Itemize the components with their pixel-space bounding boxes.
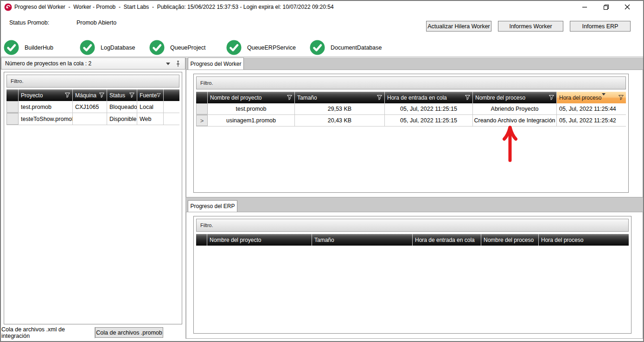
cell-maquina [73, 113, 107, 125]
cell-tamano: 29,53 KB [295, 103, 385, 114]
column-header-hora-proceso-sorted[interactable]: Hora del proceso [557, 92, 626, 103]
worker-row-2-selected[interactable]: > usinagem1.promob 20,43 KB 05, Jul, 202… [196, 115, 626, 127]
cell-hora-proceso: 05, Jul, 2022 11:25:42 [557, 115, 626, 126]
filter-funnel-icon[interactable] [99, 93, 104, 98]
column-label: Nombre del proyecto [210, 237, 261, 243]
service-label: BuilderHub [25, 44, 53, 51]
title-bar: Progreso del Worker - Worker - Promob - … [0, 0, 644, 14]
column-header-tamano[interactable]: Tamaño [295, 92, 385, 103]
row-selector[interactable] [6, 101, 19, 113]
queue-grid-header: Proyecto Máquina Status Fuente [6, 89, 179, 101]
service-status-builderhub: BuilderHub [4, 40, 53, 55]
minimize-button[interactable] [574, 0, 595, 14]
queue-grid-container: Filtro. Proyecto Máquina Status Fuente [4, 72, 182, 324]
worker-filter-row[interactable]: Filtro. [196, 76, 626, 89]
separator-line [0, 57, 644, 57]
worker-grid-container: Filtro. Nombre del proyecto Tamaño Hora … [193, 74, 629, 193]
current-row-selector[interactable]: > [196, 115, 208, 126]
filter-funnel-icon[interactable] [549, 95, 554, 100]
erp-filter-label: Filtro. [200, 222, 213, 228]
close-icon [625, 4, 630, 10]
queue-panel-title: Número de proyectos en la cola : 2 [5, 60, 91, 67]
cell-hora-proceso: 05, Jul, 2022 11:25:44 [557, 103, 626, 114]
column-header-hora-entrada[interactable]: Hora de entrada en cola [385, 92, 473, 103]
erp-progress-panel: Filtro. Nombre del proyecto Tamaño Hora … [186, 212, 643, 339]
column-header-nombre-proceso[interactable]: Nombre del proceso [473, 92, 557, 103]
cell-tamano: 20,43 KB [295, 115, 385, 126]
filter-funnel-icon[interactable] [377, 95, 382, 100]
column-label: Tamaño [297, 95, 317, 101]
service-label: LogDatabase [101, 44, 135, 51]
cell-maquina: CXJ1065 [73, 101, 107, 113]
service-status-queueproject: QueueProject [149, 40, 205, 55]
app-logo-icon [4, 3, 12, 11]
column-header-hora-proceso[interactable]: Hora del proceso [539, 234, 629, 246]
column-header-fuente[interactable]: Fuente [137, 89, 164, 101]
restore-icon [603, 4, 609, 10]
chevron-down-icon[interactable] [166, 63, 170, 65]
update-worker-queue-button[interactable]: Actualizar Hilera Worker [426, 21, 491, 32]
column-header-maquina[interactable]: Máquina [73, 89, 107, 101]
tab-progreso-del-erp[interactable]: Progreso del ERP [188, 200, 237, 212]
check-circle-icon [149, 40, 165, 55]
row-selector-header [6, 89, 19, 101]
erp-filter-row[interactable]: Filtro. [196, 219, 629, 232]
worker-reports-button[interactable]: Informes Worker [498, 21, 563, 32]
column-header-hora-entrada[interactable]: Hora de entrada en cola [413, 234, 481, 246]
column-label: Tamaño [314, 237, 334, 243]
row-selector[interactable] [196, 103, 208, 114]
cell-nombre-proyecto: usinagem1.promob [208, 115, 295, 126]
queue-row-1[interactable]: test.promob CXJ1065 Bloqueado Local [6, 101, 179, 113]
check-circle-icon [310, 40, 325, 55]
erp-grid: Nombre del proyecto Tamaño Hora de entra… [196, 234, 629, 246]
status-promob-value: Promob Abierto [77, 19, 116, 26]
tab-cola-xml-integracion[interactable]: Cola de archivos .xml de integración [1, 327, 95, 338]
service-status-documentdatabase: DocumentDatabase [310, 40, 382, 55]
erp-reports-button[interactable]: Informes ERP [570, 21, 631, 32]
filter-funnel-icon[interactable] [129, 93, 134, 98]
queue-row-2[interactable]: testeToShow.promob Disponible Web [6, 113, 179, 125]
column-label: Hora de entrada en cola [387, 95, 447, 101]
tab-cola-promob[interactable]: Cola de archivos .promob [95, 327, 163, 338]
filter-funnel-icon[interactable] [157, 93, 161, 98]
check-circle-icon [226, 40, 242, 55]
sort-indicator-icon [602, 93, 606, 95]
column-label: Fuente [140, 92, 157, 99]
cell-proyecto: testeToShow.promob [19, 113, 73, 125]
queue-grid: Proyecto Máquina Status Fuente test.prom… [6, 89, 179, 125]
queue-panel-header[interactable]: Número de proyectos en la cola : 2 [1, 57, 185, 70]
pin-icon[interactable] [175, 61, 181, 67]
check-circle-icon [4, 40, 19, 55]
queue-filter-label: Filtro. [11, 78, 24, 84]
row-selector[interactable] [6, 113, 19, 125]
worker-grid: Nombre del proyecto Tamaño Hora de entra… [196, 92, 626, 127]
column-header-nombre-proyecto[interactable]: Nombre del proyecto [207, 234, 312, 246]
restore-button[interactable] [595, 0, 617, 14]
cell-nombre-proyecto: test.promob [208, 103, 295, 114]
service-label: QueueERPService [247, 44, 296, 51]
column-label: Nombre del proceso [484, 237, 534, 243]
column-label: Proyecto [21, 92, 43, 99]
filter-funnel-icon[interactable] [465, 95, 470, 100]
close-button[interactable] [617, 0, 638, 14]
filter-funnel-icon[interactable] [287, 95, 292, 100]
column-header-nombre-proyecto[interactable]: Nombre del proyecto [208, 92, 295, 103]
tab-progreso-del-worker[interactable]: Progreso del Worker [188, 57, 244, 70]
column-header-proyecto[interactable]: Proyecto [19, 89, 73, 101]
worker-row-1[interactable]: test.promob 29,53 KB 05, Jul, 2022 11:25… [196, 103, 626, 115]
erp-grid-header: Nombre del proyecto Tamaño Hora de entra… [196, 234, 629, 246]
column-header-tamano[interactable]: Tamaño [312, 234, 413, 246]
cell-status: Bloqueado [107, 101, 137, 113]
queue-filter-row[interactable]: Filtro. [6, 75, 179, 88]
column-header-nombre-proceso[interactable]: Nombre del proceso [481, 234, 539, 246]
minimize-icon [582, 4, 587, 10]
filter-funnel-icon[interactable] [618, 95, 624, 100]
worker-grid-header: Nombre del proyecto Tamaño Hora de entra… [196, 92, 626, 103]
service-label: QueueProject [170, 44, 205, 51]
cell-fuente: Local [137, 101, 164, 113]
filter-funnel-icon[interactable] [65, 93, 70, 98]
row-selector-header [196, 234, 207, 246]
column-label: Hora del proceso [541, 237, 583, 243]
column-header-status[interactable]: Status [107, 89, 137, 101]
row-selector-header [196, 92, 208, 103]
